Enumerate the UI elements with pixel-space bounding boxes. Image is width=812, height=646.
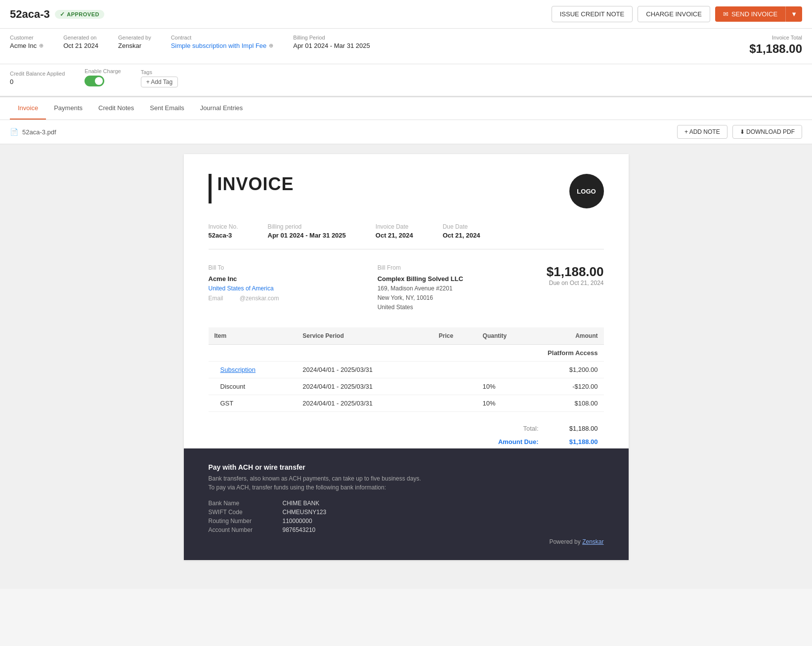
- amount-due-row: Amount Due: $1,188.00: [209, 435, 598, 448]
- add-note-button[interactable]: + ADD NOTE: [677, 125, 727, 139]
- contract-link[interactable]: Simple subscription with Impl Fee: [171, 42, 267, 49]
- invoice-id: 52aca-3: [10, 8, 50, 21]
- tab-invoice[interactable]: Invoice: [10, 97, 46, 120]
- meta-customer: Customer Acme Inc ⊕: [10, 35, 43, 56]
- charge-invoice-button[interactable]: CHARGE INVOICE: [638, 6, 710, 22]
- powered-by-label: Powered by: [549, 538, 580, 545]
- meta-bar: Customer Acme Inc ⊕ Generated on Oct 21 …: [0, 29, 812, 64]
- doc-invoice-no-label: Invoice No.: [209, 223, 238, 230]
- tab-journal-entries[interactable]: Journal Entries: [192, 97, 251, 120]
- row-discount-qty: 10%: [477, 378, 537, 395]
- ach-account-label: Account Number: [209, 526, 273, 533]
- ach-title: Pay with ACH or wire transfer: [209, 463, 604, 471]
- doc-logo: LOGO: [569, 174, 604, 208]
- approved-badge: ✓ APPROVED: [55, 10, 104, 19]
- bill-from-addr1: 169, Madison Avenue #2201: [378, 285, 453, 292]
- meta-bar-2: Credit Balance Applied 0 Enable Charge T…: [0, 64, 812, 97]
- pdf-icon: 📄: [10, 128, 18, 136]
- meta-contract: Contract Simple subscription with Impl F…: [171, 35, 274, 56]
- issue-credit-note-button[interactable]: ISSUE CREDIT NOTE: [552, 6, 633, 22]
- bill-to-email-label: Email: [209, 295, 223, 302]
- meta-billing-period: Billing Period Apr 01 2024 - Mar 31 2025: [293, 35, 370, 56]
- table-row: Discount 2024/04/01 - 2025/03/31 10% -$1…: [209, 378, 604, 395]
- invoice-total-amount: $1,188.00: [749, 42, 802, 56]
- enable-charge-toggle-container: [85, 76, 121, 88]
- meta-enable-charge: Enable Charge: [85, 68, 121, 88]
- bill-from-company: Complex Billing Solved LLC: [378, 275, 517, 283]
- tab-credit-notes[interactable]: Credit Notes: [90, 97, 142, 120]
- contract-label: Contract: [171, 35, 274, 40]
- row-subscription-qty: [477, 361, 537, 378]
- generated-by-value: Zenskar: [118, 42, 151, 49]
- row-subscription-price: [433, 361, 477, 378]
- row-subscription-period: 2024/04/01 - 2025/03/31: [297, 361, 433, 378]
- total-label: Total:: [479, 425, 539, 432]
- download-pdf-button[interactable]: ⬇ DOWNLOAD PDF: [732, 125, 802, 139]
- send-invoice-button[interactable]: ✉ SEND INVOICE: [715, 6, 785, 22]
- copy-icon[interactable]: ⊕: [39, 42, 43, 49]
- doc-invoice-date-value: Oct 21, 2024: [376, 232, 413, 239]
- invoice-table-body: Platform Access Subscription 2024/04/01 …: [209, 344, 604, 411]
- bill-to: Bill To Acme Inc United States of Americ…: [209, 264, 348, 313]
- billing-period-value: Apr 01 2024 - Mar 31 2025: [293, 42, 370, 49]
- row-gst-period: 2024/04/01 - 2025/03/31: [297, 395, 433, 411]
- bill-from-country: United States: [378, 304, 413, 311]
- ach-routing-value: 110000000: [283, 518, 312, 525]
- doc-invoice-no: Invoice No. 52aca-3: [209, 223, 238, 239]
- meta-credit-balance: Credit Balance Applied 0: [10, 71, 65, 85]
- ach-row-bank: Bank Name CHIME BANK: [209, 500, 604, 507]
- enable-charge-toggle[interactable]: [85, 76, 104, 86]
- invoice-doc: INVOICE LOGO Invoice No. 52aca-3 Billing…: [184, 154, 629, 560]
- ach-table: Bank Name CHIME BANK SWIFT Code CHMEUSNY…: [209, 500, 604, 533]
- bill-to-country[interactable]: United States of America: [209, 285, 274, 292]
- contract-copy-icon[interactable]: ⊕: [269, 42, 273, 49]
- top-header: 52aca-3 ✓ APPROVED ISSUE CREDIT NOTE CHA…: [0, 0, 812, 29]
- row-subscription-amount: $1,200.00: [536, 361, 603, 378]
- table-row: Platform Access: [209, 344, 604, 361]
- row-discount-item: Discount: [209, 378, 297, 395]
- row-discount-period: 2024/04/01 - 2025/03/31: [297, 378, 433, 395]
- bill-to-email: Email @zenskar.com: [209, 295, 348, 302]
- subscription-link[interactable]: Subscription: [220, 366, 256, 373]
- col-price: Price: [433, 327, 477, 345]
- tags-label: Tags: [141, 69, 178, 75]
- tab-sent-emails[interactable]: Sent Emails: [142, 97, 192, 120]
- doc-invoice-date-label: Invoice Date: [376, 223, 413, 230]
- send-invoice-dropdown-button[interactable]: ▼: [785, 6, 802, 22]
- powered-by: Powered by Zenskar: [209, 538, 604, 545]
- invoice-table-head: Item Service Period Price Quantity Amoun…: [209, 327, 604, 345]
- col-service-period: Service Period: [297, 327, 433, 345]
- row-gst-qty: 10%: [477, 395, 537, 411]
- bill-to-company: Acme Inc: [209, 275, 348, 283]
- send-icon: ✉: [723, 10, 728, 18]
- viewer-actions: + ADD NOTE ⬇ DOWNLOAD PDF: [677, 125, 802, 139]
- tab-payments[interactable]: Payments: [46, 97, 90, 120]
- generated-by-label: Generated by: [118, 35, 151, 40]
- meta-tags: Tags + Add Tag: [141, 69, 178, 87]
- row-gst-item: GST: [209, 395, 297, 411]
- invoice-table: Item Service Period Price Quantity Amoun…: [209, 327, 604, 412]
- credit-balance-value: 0: [10, 78, 65, 85]
- customer-value: Acme Inc ⊕: [10, 42, 43, 49]
- pdf-filename: 52aca-3.pdf: [22, 128, 56, 136]
- doc-due-date: Due Date Oct 21, 2024: [443, 223, 480, 239]
- meta-generated-by: Generated by Zenskar: [118, 35, 151, 56]
- add-tag-button[interactable]: + Add Tag: [141, 77, 178, 87]
- meta-invoice-total: Invoice Total $1,188.00: [749, 35, 802, 56]
- doc-billing-period-value: Apr 01 2024 - Mar 31 2025: [268, 232, 346, 239]
- bill-from: Bill From Complex Billing Solved LLC 169…: [378, 264, 517, 313]
- ach-bank-name-label: Bank Name: [209, 500, 273, 507]
- doc-due-date-label: Due Date: [443, 223, 480, 230]
- amount-due-total: $1,188.00: [547, 264, 604, 280]
- invoice-table-header-row: Item Service Period Price Quantity Amoun…: [209, 327, 604, 345]
- total-value: $1,188.00: [558, 425, 598, 432]
- credit-balance-label: Credit Balance Applied: [10, 71, 65, 77]
- row-discount-price: [433, 378, 477, 395]
- amount-due-label: Amount Due:: [479, 438, 539, 445]
- doc-invoice-date: Invoice Date Oct 21, 2024: [376, 223, 413, 239]
- doc-title-area: INVOICE: [209, 174, 294, 203]
- bill-from-address: 169, Madison Avenue #2201 New York, NY, …: [378, 284, 517, 313]
- powered-by-link[interactable]: Zenskar: [582, 538, 603, 545]
- amount-due-box: $1,188.00 Due on Oct 21, 2024: [547, 264, 604, 313]
- tabs-bar: Invoice Payments Credit Notes Sent Email…: [0, 97, 812, 120]
